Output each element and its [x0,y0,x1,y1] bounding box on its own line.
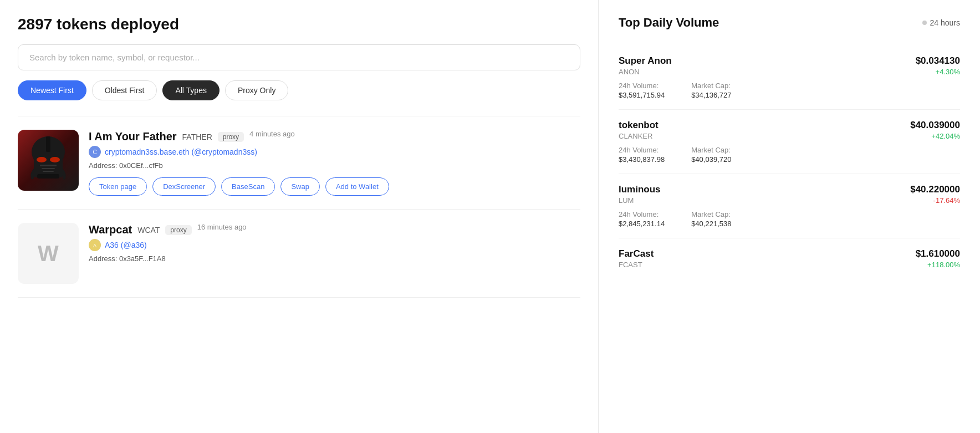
vol-volume-label-0: 24h Volume: [619,81,665,90]
search-input[interactable] [18,44,580,70]
token-name-row-warpcat: Warpcat WCAT proxy 16 minutes ago [89,223,580,237]
vol-mcap-label-1: Market Cap: [691,146,731,154]
volume-detail-row-0: 24h Volume: $3,591,715.94 Market Cap: $3… [619,81,960,99]
vol-mcap-2: Market Cap: $40,221,538 [691,210,731,228]
filter-newest[interactable]: Newest First [18,80,86,100]
token-symbol: FATHER [182,133,212,141]
volume-top-row-3: FarCast $1.610000 [619,248,960,259]
requester-avatar: C [89,146,101,158]
vol-volume-value-1: $3,430,837.98 [619,155,665,164]
time-filter-label: 24 hours [930,18,960,27]
vol-name-0: Super Anon [619,55,672,67]
requester-avatar-warpcat: A [89,239,101,251]
vol-mcap-1: Market Cap: $40,039,720 [691,146,731,164]
vol-symbol-2: LUM [619,196,634,205]
vol-mcap-value-1: $40,039,720 [691,155,731,164]
vol-price-0: $0.034130 [916,55,960,67]
basescan-button[interactable]: BaseScan [221,177,275,196]
svg-point-3 [50,157,60,162]
vol-volume-1: 24h Volume: $3,430,837.98 [619,146,665,164]
requester-link-warpcat[interactable]: A36 (@a36) [105,241,147,249]
filter-oldest[interactable]: Oldest First [92,80,157,100]
swap-button[interactable]: Swap [280,177,320,196]
token-badge: proxy [218,132,244,142]
token-name-row: I Am Your Father FATHER proxy 4 minutes … [89,130,580,144]
svg-rect-7 [37,174,59,179]
right-title: Top Daily Volume [619,16,719,30]
svg-rect-6 [43,171,54,172]
token-name: I Am Your Father [89,130,177,143]
vol-name-1: tokenbot [619,120,659,131]
add-to-wallet-button[interactable]: Add to Wallet [325,177,389,196]
vol-price-3: $1.610000 [916,248,960,259]
action-buttons-father: Token page DexScreener BaseScan Swap Add… [89,177,580,196]
volume-mid-row-1: CLANKER +42.04% [619,132,960,140]
vol-symbol-0: ANON [619,68,640,76]
token-badge-warpcat: proxy [165,225,191,235]
requester-link[interactable]: cryptomadn3ss.base.eth (@cryptomadn3ss) [105,147,257,156]
vol-mcap-value-2: $40,221,538 [691,220,731,228]
volume-top-row-1: tokenbot $40.039000 [619,120,960,131]
time-filter[interactable]: 24 hours [922,18,960,27]
page-title: 2897 tokens deployed [18,16,580,33]
volume-item-3: FarCast $1.610000 FCAST +118.00% [619,238,960,284]
divider [18,116,580,116]
token-info-father: I Am Your Father FATHER proxy 4 minutes … [89,130,580,196]
vol-volume-value-0: $3,591,715.94 [619,91,665,99]
vol-price-1: $40.039000 [910,120,960,131]
volume-detail-row-1: 24h Volume: $3,430,837.98 Market Cap: $4… [619,146,960,164]
token-letter: W [38,241,59,266]
token-time-warpcat: 16 minutes ago [197,223,247,231]
vol-mcap-label-2: Market Cap: [691,210,731,218]
address-row-warpcat: Address: 0x3a5F...F1A8 [89,254,580,263]
requester-row-warpcat: A A36 (@a36) [89,239,580,251]
vol-change-1: +42.04% [931,132,960,140]
time-dot [922,21,927,25]
svg-rect-8 [46,136,50,152]
volume-detail-row-2: 24h Volume: $2,845,231.14 Market Cap: $4… [619,210,960,228]
vol-volume-label-1: 24h Volume: [619,146,665,154]
token-name-warpcat: Warpcat [89,223,132,236]
dexscreener-button[interactable]: DexScreener [152,177,216,196]
token-card: I Am Your Father FATHER proxy 4 minutes … [18,130,580,210]
svg-rect-4 [40,165,57,166]
vol-volume-label-2: 24h Volume: [619,210,665,218]
svg-rect-5 [42,168,55,169]
token-image-father [18,130,79,191]
vol-volume-value-2: $2,845,231.14 [619,220,665,228]
vol-mcap-label-0: Market Cap: [691,81,731,90]
token-time: 4 minutes ago [249,130,295,138]
vol-price-2: $40.220000 [910,184,960,195]
vol-volume-2: 24h Volume: $2,845,231.14 [619,210,665,228]
address-row: Address: 0x0CEf...cfFb [89,161,580,170]
filter-proxy-only[interactable]: Proxy Only [225,80,288,100]
vol-mcap-0: Market Cap: $34,136,727 [691,81,731,99]
svg-text:A: A [93,243,96,248]
vol-name-3: FarCast [619,248,654,259]
filter-all-types[interactable]: All Types [162,80,220,100]
vol-name-2: luminous [619,184,661,195]
right-panel: Top Daily Volume 24 hours Super Anon $0.… [599,0,980,433]
right-header: Top Daily Volume 24 hours [619,16,960,30]
volume-mid-row-2: LUM -17.64% [619,196,960,205]
svg-text:C: C [93,149,96,155]
left-panel: 2897 tokens deployed Newest First Oldest… [0,0,599,433]
volume-mid-row-0: ANON +4.30% [619,68,960,76]
vol-change-0: +4.30% [936,68,960,76]
token-image-warpcat: W [18,223,79,284]
requester-row: C cryptomadn3ss.base.eth (@cryptomadn3ss… [89,146,580,158]
vol-change-2: -17.64% [933,196,960,205]
volume-top-row-0: Super Anon $0.034130 [619,55,960,67]
volume-item-2: luminous $40.220000 LUM -17.64% 24h Volu… [619,174,960,238]
volume-top-row-2: luminous $40.220000 [619,184,960,195]
vol-symbol-3: FCAST [619,261,642,269]
token-info-warpcat: Warpcat WCAT proxy 16 minutes ago A A36 … [89,223,580,284]
token-symbol-warpcat: WCAT [137,226,160,235]
volume-item-1: tokenbot $40.039000 CLANKER +42.04% 24h … [619,110,960,174]
vol-symbol-1: CLANKER [619,132,652,140]
svg-point-2 [37,157,47,162]
filter-buttons: Newest First Oldest First All Types Prox… [18,80,580,100]
volume-mid-row-3: FCAST +118.00% [619,261,960,269]
vol-mcap-value-0: $34,136,727 [691,91,731,99]
token-page-button[interactable]: Token page [89,177,147,196]
